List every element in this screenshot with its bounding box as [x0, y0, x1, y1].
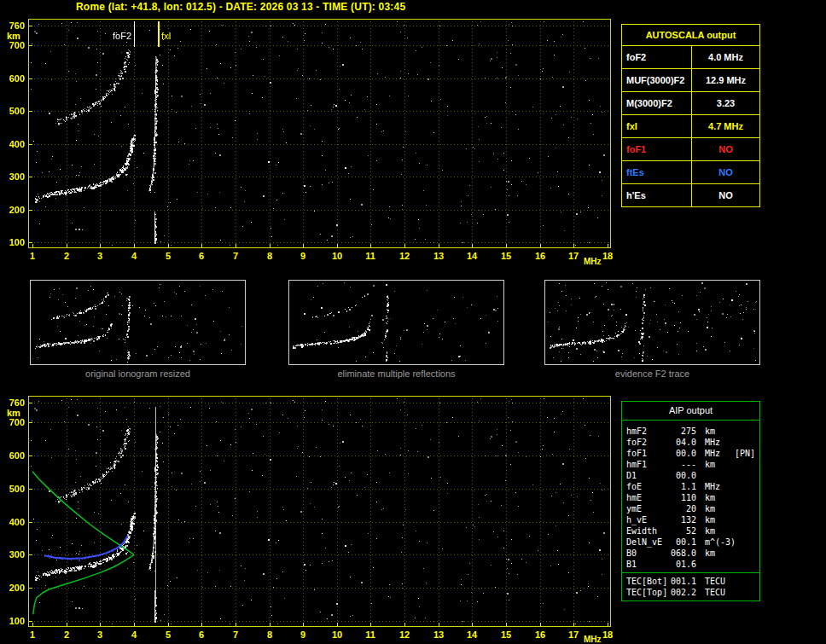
bottom-ionogram-canvas — [29, 397, 610, 626]
top-x-tick-label-16: 16 — [531, 251, 550, 261]
autoscala-output-table: AUTOSCALA output foF24.0 MHzMUF(3000)F21… — [621, 24, 760, 207]
aip-param-unit: km — [705, 492, 715, 503]
aip-param-name: hmF2 — [626, 426, 669, 437]
aip-row-delnve: DelN_vE00.1m^(-3) — [622, 537, 759, 548]
aip-param-value: 068.0 — [669, 548, 696, 559]
autoscala-row-value: 3.23 — [692, 92, 759, 114]
top-x-tick-label-17: 17 — [564, 251, 583, 261]
top-x-tick-label-2: 2 — [57, 251, 76, 261]
autoscala-row-value: NO — [692, 161, 759, 183]
aip-param-unit: m^(-3) — [705, 537, 736, 548]
aip-param-name: Ewidth — [626, 525, 669, 537]
top-y-tick-label-600: 600 — [3, 73, 25, 84]
top-x-tick-label-4: 4 — [125, 251, 143, 261]
aip-param-name: DelN_vE — [626, 537, 669, 548]
aip-row-b0: B0068.0km — [622, 548, 759, 559]
bottom-x-tick-label-2: 2 — [57, 629, 76, 640]
top-x-tick-label-13: 13 — [429, 251, 448, 261]
bottom-x-tick-label-10: 10 — [328, 629, 346, 640]
aip-param-value: 001.1 — [669, 576, 696, 587]
bottom-ionogram-plot — [28, 396, 611, 627]
aip-param-unit: km — [705, 459, 715, 470]
top-y-tick-label-500: 500 — [3, 106, 25, 116]
aip-param-name: ymE — [626, 503, 669, 514]
bottom-x-tick-label-12: 12 — [395, 629, 414, 640]
bottom-y-tick-label-600: 600 — [3, 450, 25, 461]
bottom-y-tick-label-500: 500 — [3, 484, 25, 494]
aip-param-value: 00.0 — [669, 448, 696, 459]
thumb-evidence-canvas — [545, 281, 759, 364]
autoscala-row-value: 4.0 MHz — [692, 46, 759, 68]
aip-param-unit: km — [705, 426, 715, 437]
aip-param-value: 002.2 — [669, 587, 696, 598]
aip-param-unit: km — [705, 514, 715, 525]
autoscala-row-fof2: foF24.0 MHz — [622, 46, 759, 69]
aip-param-name: B0 — [626, 548, 669, 559]
autoscala-row-label: MUF(3000)F2 — [622, 69, 692, 91]
thumb-original-ionogram — [30, 280, 246, 365]
aip-row-fof1: foF100.0MHz[PN] — [622, 448, 759, 459]
bottom-x-tick-label-15: 15 — [497, 629, 515, 640]
autoscala-row-m3000f2: M(3000)F23.23 — [622, 92, 759, 115]
autoscala-row-muf3000f2: MUF(3000)F212.9 MHz — [622, 69, 759, 92]
top-ionogram-plot — [28, 19, 611, 248]
aip-param-unit: TECU — [705, 576, 725, 587]
top-x-tick-label-8: 8 — [260, 251, 279, 261]
top-x-tick-label-11: 11 — [361, 251, 380, 261]
bottom-x-tick-label-18: 18 — [598, 629, 617, 640]
autoscala-row-label: ftEs — [622, 161, 692, 183]
bottom-x-tick-label-17: 17 — [564, 629, 583, 640]
aip-output-table: AIP output hmF2275kmfoF204.0MHzfoF100.0M… — [621, 401, 760, 601]
top-y-tick-label-100: 100 — [3, 237, 25, 247]
thumb-eliminate-reflections — [288, 280, 504, 365]
autoscala-row-label: h'Es — [622, 184, 692, 206]
bottom-y-tick-label-760: 760 — [3, 397, 25, 408]
top-y-tick-label-700: 700 — [3, 40, 25, 50]
thumb-caption-original: original ionogram resized — [30, 368, 246, 379]
aip-row-yme: ymE20km — [622, 503, 759, 514]
aip-row-hmf1: hmF1---km — [622, 459, 759, 470]
bottom-y-tick-label-400: 400 — [3, 517, 25, 527]
aip-row-foe: foE1.1MHz — [622, 481, 759, 492]
thumb-eliminate-canvas — [289, 281, 503, 364]
top-x-tick-label-7: 7 — [226, 251, 245, 261]
thumb-original-canvas — [31, 281, 245, 364]
aip-param-name: h_vE — [626, 514, 669, 525]
aip-param-name: TEC[Top] — [626, 587, 669, 598]
aip-param-name: TEC[Bot] — [626, 576, 669, 587]
aip-param-value: 110 — [669, 492, 696, 503]
aip-param-unit: km — [705, 503, 715, 514]
aip-row-d1: D100.0 — [622, 470, 759, 481]
aip-row-tecbot: TEC[Bot]001.1TECU — [622, 576, 759, 587]
aip-row-fof2: foF204.0MHz — [622, 437, 759, 448]
aip-row-hve: h_vE132km — [622, 514, 759, 525]
aip-param-value: --- — [669, 459, 696, 470]
top-x-tick-label-9: 9 — [294, 251, 312, 261]
bottom-x-tick-label-14: 14 — [462, 629, 481, 640]
aip-param-value: 01.6 — [669, 559, 696, 570]
bottom-x-tick-label-11: 11 — [361, 629, 380, 640]
bottom-y-tick-label-100: 100 — [3, 616, 25, 626]
top-x-tick-label-6: 6 — [192, 251, 211, 261]
aip-param-extra: [PN] — [735, 448, 755, 459]
fxI-marker-label: fxI — [161, 31, 172, 41]
page-title: Rome (lat: +41.8, lon: 012.5) - DATE: 20… — [76, 1, 405, 13]
bottom-y-tick-label-200: 200 — [3, 583, 25, 593]
aip-param-value: 04.0 — [669, 437, 696, 448]
bottom-x-tick-label-8: 8 — [260, 629, 279, 640]
aip-row-b1: B101.6 — [622, 559, 759, 570]
aip-param-name: foF2 — [626, 437, 669, 448]
aip-table-header: AIP output — [622, 402, 759, 421]
aip-tec-rows: TEC[Bot]001.1TECUTEC[Top]002.2TECU — [622, 576, 759, 598]
aip-param-name: hmE — [626, 492, 669, 503]
bottom-y-tick-label-300: 300 — [3, 549, 25, 560]
top-x-tick-label-15: 15 — [497, 251, 515, 261]
aip-param-unit: km — [705, 525, 715, 537]
top-y-tick-label-760: 760 — [3, 20, 25, 31]
aip-param-value: 275 — [669, 426, 696, 437]
aip-param-unit: MHz — [705, 481, 720, 492]
aip-param-value: 1.1 — [669, 481, 696, 492]
top-x-tick-label-12: 12 — [395, 251, 414, 261]
top-x-tick-label-5: 5 — [159, 251, 177, 261]
autoscala-row-label: foF2 — [622, 46, 692, 68]
